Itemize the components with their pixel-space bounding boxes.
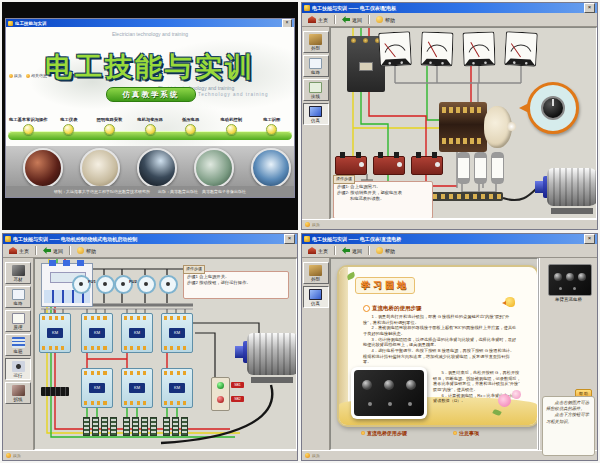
photo-parts bbox=[251, 148, 291, 188]
stop-button[interactable] bbox=[217, 396, 224, 403]
sidebar-item-circuit[interactable]: 电路 bbox=[5, 286, 31, 308]
sidebar-item-circuit[interactable]: 电路 bbox=[303, 55, 329, 77]
sidebar-item-panel[interactable]: 电箱 bbox=[5, 334, 31, 356]
home-button[interactable]: 主页 bbox=[305, 15, 331, 24]
sidebar-item-equipment[interactable]: 器材 bbox=[5, 262, 31, 284]
main-menu-row: 电工基本常识与操作 电工仪表 照明电路安装 电机与变压器 低压电器 电动机控制 … bbox=[8, 117, 292, 135]
motor-base bbox=[251, 377, 293, 383]
entertainment-link[interactable]: 娱乐 bbox=[9, 73, 22, 78]
back-button[interactable]: 返回 bbox=[40, 246, 66, 255]
run-icon bbox=[12, 361, 25, 372]
photo-band bbox=[6, 146, 294, 186]
home-button[interactable]: 主页 bbox=[6, 246, 32, 255]
back-button[interactable]: 返回 bbox=[339, 15, 365, 24]
help-icon bbox=[376, 16, 383, 23]
fuse-holder bbox=[114, 275, 133, 294]
photo-meter bbox=[80, 148, 120, 188]
toolbar: 主页 返回 帮助 bbox=[3, 244, 297, 258]
menu-item-basics[interactable]: 电工基本常识与操作 bbox=[8, 117, 49, 135]
sidebar-item-appearance[interactable]: 外型 bbox=[303, 31, 329, 53]
link-precautions[interactable]: 注意事项 bbox=[453, 430, 479, 436]
quick-link-label: 娱乐 bbox=[14, 73, 22, 78]
help-button[interactable]: 帮助 bbox=[373, 246, 398, 255]
toolbar-separator bbox=[334, 246, 336, 255]
home-icon bbox=[308, 16, 316, 23]
sidebar-item-simulation[interactable]: 仿真 bbox=[303, 103, 329, 125]
toolbar-separator bbox=[368, 246, 370, 255]
menu-button-icon[interactable] bbox=[63, 124, 74, 135]
photo-wires bbox=[23, 148, 63, 188]
fuse-holder bbox=[159, 275, 178, 294]
menu-button-icon[interactable] bbox=[185, 124, 196, 135]
smiley-icon[interactable] bbox=[305, 222, 310, 227]
titlebar[interactable]: 电工技能与实训 × bbox=[6, 19, 294, 27]
titlebar[interactable]: 电工技能与实训 —— 电动机控制\绕线式电动机启动控制 × bbox=[3, 234, 297, 244]
menu-button-icon[interactable] bbox=[104, 124, 115, 135]
pushbutton-station: SB1 SB2 bbox=[211, 377, 230, 411]
help-icon bbox=[77, 247, 84, 254]
statusbar: 娱乐 bbox=[3, 450, 297, 460]
help-button[interactable]: 帮助 bbox=[74, 246, 99, 255]
menu-item-motors-transformers[interactable]: 电机与变压器 bbox=[130, 117, 171, 135]
menu-item-low-voltage[interactable]: 低压电器 bbox=[170, 117, 211, 135]
starting-resistor bbox=[123, 417, 130, 436]
step-line: 步骤2 按动按钮，进行运行操作。 bbox=[187, 280, 285, 286]
home-button[interactable]: 主页 bbox=[305, 246, 331, 255]
credit-line: 研制：大连海事大学信息工程学院信息教育技术研究所 出版：高等教育出版社 高等教育… bbox=[6, 186, 294, 197]
smiley-icon[interactable] bbox=[305, 453, 310, 458]
learning-garden-badge: 学习园地 bbox=[355, 277, 415, 294]
help-note: 点击右侧图片可选择您欲仿真的器件。 点击下方按钮可学习相关知识。 bbox=[542, 396, 595, 456]
device-thumbnail[interactable] bbox=[548, 264, 592, 296]
changeover-switch[interactable] bbox=[439, 102, 487, 152]
toolbar-separator bbox=[35, 246, 37, 255]
knob bbox=[362, 380, 372, 390]
panel-icon bbox=[12, 337, 25, 348]
switch-handle[interactable] bbox=[359, 62, 373, 71]
smiley-icon[interactable] bbox=[6, 453, 11, 458]
help-button[interactable]: 帮助 bbox=[373, 15, 398, 24]
main-menu-content: Electrician technology and training 电工技能… bbox=[6, 27, 294, 197]
starting-resistor bbox=[83, 417, 90, 436]
window-title: 电工技能与实训 —— 电工仪表\配电板 bbox=[312, 5, 582, 11]
sidebar-item-principle[interactable]: 原理 bbox=[5, 310, 31, 332]
menu-button-icon[interactable] bbox=[145, 124, 156, 135]
starting-resistor bbox=[101, 417, 108, 436]
sidebar-item-simulation[interactable]: 仿真 bbox=[303, 286, 329, 308]
window-title: 电工技能与实训 —— 电工仪表\直流电桥 bbox=[312, 236, 582, 242]
titlebar[interactable]: 电工技能与实训 —— 电工仪表\配电板 × bbox=[302, 3, 597, 13]
close-button[interactable]: × bbox=[584, 234, 595, 244]
device-panel: 单臂直流电桥 帮 助 点击右侧图片可选择您欲仿真的器件。 点击下方按钮可学习相关… bbox=[538, 258, 597, 450]
flower-decoration bbox=[512, 390, 521, 399]
starting-resistor bbox=[110, 417, 117, 436]
menu-button-icon[interactable] bbox=[23, 124, 34, 135]
close-button[interactable]: × bbox=[284, 234, 295, 244]
menu-item-instruments[interactable]: 电工仪表 bbox=[49, 117, 90, 135]
sidebar-item-unwire[interactable]: 拆线 bbox=[5, 382, 31, 404]
button-label: SB2 bbox=[231, 396, 244, 402]
callout-pointer bbox=[519, 103, 529, 113]
toolbar-separator bbox=[69, 246, 71, 255]
start-button[interactable] bbox=[217, 382, 224, 389]
current-transformer bbox=[411, 156, 443, 175]
menu-button-icon[interactable] bbox=[226, 124, 237, 135]
knob-marker bbox=[552, 99, 554, 106]
close-button[interactable]: × bbox=[584, 3, 595, 13]
menu-button-icon[interactable] bbox=[266, 124, 277, 135]
menu-item-drawing-reading[interactable]: 电工识图 bbox=[251, 117, 292, 135]
switch-knob[interactable] bbox=[507, 122, 516, 131]
window-main-menu: 电工技能与实训 × Electrician technology and tra… bbox=[5, 18, 295, 198]
duck-decoration bbox=[505, 297, 515, 307]
app-icon bbox=[304, 236, 310, 242]
sidebar-item-wiring[interactable]: 接线 bbox=[303, 79, 329, 101]
menu-item-lighting[interactable]: 照明电路安装 bbox=[89, 117, 130, 135]
sidebar-item-appearance[interactable]: 外型 bbox=[303, 262, 329, 284]
titlebar[interactable]: 电工技能与实训 —— 电工仪表\直流电桥 × bbox=[302, 234, 597, 244]
sidebar-item-run[interactable]: 运行 bbox=[5, 358, 31, 380]
menu-item-motor-control[interactable]: 电动机控制 bbox=[211, 117, 252, 135]
rotary-knob[interactable] bbox=[541, 96, 565, 120]
link-usage-steps[interactable]: 直流电桥使用步骤 bbox=[361, 430, 407, 436]
back-button[interactable]: 返回 bbox=[339, 246, 365, 255]
related-info-link[interactable]: 相关信息 bbox=[26, 73, 47, 78]
fuse-label: FU2 bbox=[129, 279, 137, 284]
contactor: KM bbox=[161, 368, 193, 408]
